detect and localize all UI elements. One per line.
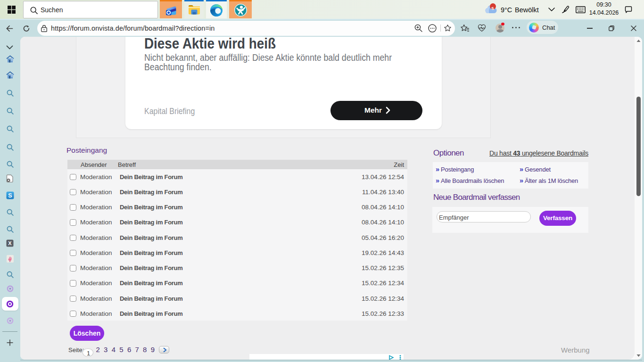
svg-text:X: X — [8, 240, 12, 246]
svg-text:S: S — [8, 192, 12, 199]
